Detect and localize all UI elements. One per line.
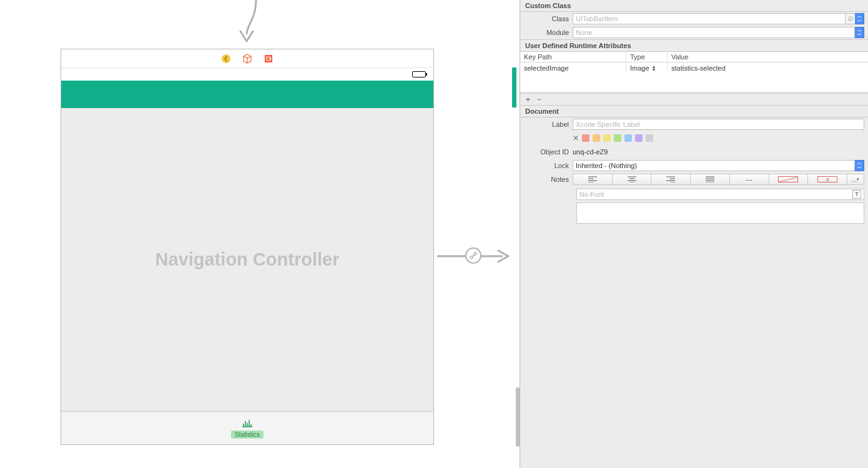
runtime-attrs-header: User Defined Runtime Attributes: [520, 39, 868, 52]
color-swatches: ✕: [573, 134, 864, 142]
col-type[interactable]: Type: [626, 52, 668, 62]
runtime-attrs-table[interactable]: Key Path Type Value selectedImage Image …: [520, 52, 868, 93]
align-right-button[interactable]: [651, 174, 690, 185]
swatch-blue[interactable]: [624, 134, 632, 142]
red-a-button[interactable]: a: [807, 174, 847, 185]
cell-keypath[interactable]: selectedImage: [520, 63, 626, 73]
svg-point-4: [474, 252, 476, 255]
lock-dropdown-button[interactable]: [855, 160, 864, 171]
custom-class-header: Custom Class: [520, 0, 868, 12]
class-label: Class: [520, 15, 573, 22]
swatch-none[interactable]: ✕: [573, 134, 579, 142]
col-keypath[interactable]: Key Path: [520, 52, 626, 62]
class-field[interactable]: [573, 13, 846, 24]
col-value[interactable]: Value: [668, 52, 868, 62]
tab-item-label[interactable]: Statistics: [231, 431, 264, 439]
class-clear-icon[interactable]: [846, 13, 855, 24]
lock-label: Lock: [520, 162, 573, 169]
svg-line-5: [473, 255, 475, 257]
swatch-yellow[interactable]: [603, 134, 611, 142]
notes-textarea[interactable]: [576, 202, 864, 224]
statistics-tab-icon[interactable]: [241, 418, 254, 429]
objectid-label: Object ID: [520, 148, 573, 156]
module-dropdown-button[interactable]: [855, 27, 864, 38]
tab-bar[interactable]: Statistics: [61, 411, 433, 444]
swatch-gray[interactable]: [646, 134, 653, 142]
doc-label-label: Label: [520, 121, 573, 128]
scene-toolbar: [61, 49, 433, 68]
exit-icon[interactable]: [264, 54, 274, 64]
align-justify-button[interactable]: [690, 174, 729, 185]
doc-label-field[interactable]: [573, 119, 864, 130]
cell-value[interactable]: statistics-selected: [668, 63, 868, 73]
notes-toolbar: --- a ... ▾: [573, 174, 864, 185]
cell-type[interactable]: Image ▲▼: [626, 63, 668, 73]
module-label: Module: [520, 29, 573, 36]
identity-inspector: Custom Class Class Module User Defined R…: [520, 0, 868, 468]
scene-title: Navigation Controller: [155, 249, 340, 270]
align-center-button[interactable]: [612, 174, 651, 185]
swatch-green[interactable]: [614, 134, 621, 142]
adjacent-scene-peek: [512, 67, 516, 107]
type-stepper-icon[interactable]: ▲▼: [652, 65, 656, 71]
swatch-purple[interactable]: [635, 134, 643, 142]
objectid-value: unq-cd-eZ9: [573, 148, 864, 156]
more-button[interactable]: ... ▾: [847, 174, 864, 185]
class-dropdown-button[interactable]: [855, 13, 864, 24]
notes-label: Notes: [520, 176, 573, 183]
module-field[interactable]: [573, 27, 855, 38]
svg-point-3: [470, 256, 473, 259]
lock-select[interactable]: Inherited - (Nothing): [573, 160, 855, 171]
font-field[interactable]: No Font T: [576, 189, 864, 200]
scene-content: Navigation Controller: [61, 108, 433, 411]
font-picker-icon[interactable]: T: [852, 190, 861, 199]
swatch-orange[interactable]: [593, 134, 600, 142]
add-attr-button[interactable]: ＋: [524, 96, 531, 103]
status-bar: [61, 68, 433, 81]
segue-connector-icon[interactable]: [465, 247, 481, 264]
svg-point-0: [222, 54, 230, 63]
navigation-bar[interactable]: [61, 81, 433, 108]
incoming-segue-arrow: [228, 0, 259, 49]
swatch-red[interactable]: [582, 134, 589, 142]
object-cube-icon[interactable]: [242, 54, 252, 64]
ib-canvas[interactable]: Navigation Controller Statistics: [0, 0, 520, 468]
navigation-controller-scene[interactable]: Navigation Controller Statistics: [61, 49, 434, 445]
strike-box-button[interactable]: [769, 174, 808, 185]
list-dash-button[interactable]: ---: [729, 174, 769, 185]
document-header: Document: [520, 105, 868, 117]
remove-attr-button[interactable]: －: [535, 96, 543, 103]
align-left-button[interactable]: [573, 174, 612, 185]
battery-icon: [412, 71, 426, 77]
table-row[interactable]: selectedImage Image ▲▼ statistics-select…: [520, 62, 868, 74]
back-icon[interactable]: [221, 54, 231, 64]
